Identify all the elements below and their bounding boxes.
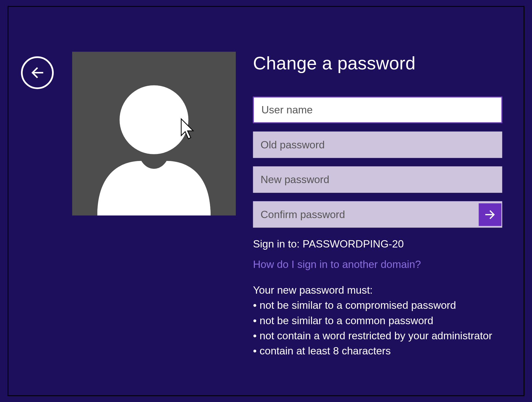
user-avatar bbox=[72, 52, 236, 216]
requirement-item: • not be similar to a compromised passwo… bbox=[253, 298, 505, 313]
signin-to-label: Sign in to: PASSWORDPING-20 bbox=[253, 238, 505, 250]
username-input[interactable] bbox=[253, 97, 502, 123]
requirement-item: • not be similar to a common password bbox=[253, 313, 505, 328]
requirements-heading: Your new password must: bbox=[253, 282, 505, 297]
new-password-input[interactable] bbox=[253, 166, 502, 193]
svg-point-0 bbox=[120, 85, 189, 154]
user-silhouette-icon bbox=[72, 52, 236, 216]
back-button[interactable] bbox=[21, 56, 54, 89]
submit-button[interactable] bbox=[479, 203, 502, 226]
password-requirements: Your new password must: • not be similar… bbox=[253, 282, 505, 358]
arrow-left-icon bbox=[29, 64, 46, 81]
old-password-input[interactable] bbox=[253, 132, 502, 158]
cursor-icon bbox=[180, 118, 196, 140]
page-title: Change a password bbox=[253, 53, 505, 74]
confirm-password-input[interactable] bbox=[253, 201, 502, 228]
another-domain-link[interactable]: How do I sign in to another domain? bbox=[253, 258, 505, 271]
arrow-right-icon bbox=[483, 207, 497, 222]
requirement-item: • not contain a word restricted by your … bbox=[253, 328, 505, 343]
requirement-item: • contain at least 8 characters bbox=[253, 343, 505, 358]
